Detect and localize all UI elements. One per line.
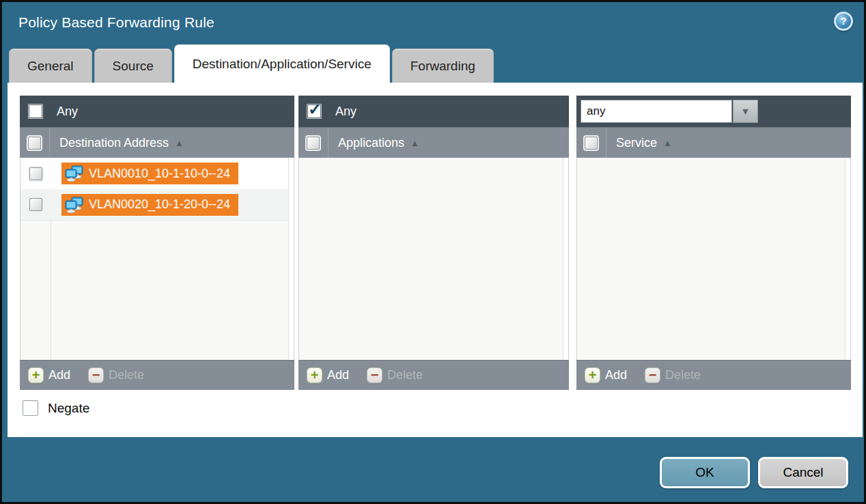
destination-address-list: VLAN0010_10-1-10-0--24 <box>20 158 294 360</box>
tab-forwarding[interactable]: Forwarding <box>392 48 494 83</box>
negate-option: Negate <box>23 400 89 416</box>
cancel-button[interactable]: Cancel <box>758 457 848 488</box>
row-checkbox-cell <box>20 167 51 180</box>
add-button-label: Add <box>48 368 70 382</box>
destination-row2-checkbox[interactable] <box>29 198 42 211</box>
destination-row-vlan0010[interactable]: VLAN0010_10-1-10-0--24 <box>20 158 294 189</box>
delete-minus-icon: − <box>88 367 104 383</box>
service-select-all-checkbox[interactable] <box>585 137 598 150</box>
applications-any-header: ✓ Any <box>298 96 569 127</box>
destination-delete-button[interactable]: − Delete <box>88 367 144 383</box>
applications-column: ✓ Any Applications ▲ + Add − <box>298 96 569 390</box>
sort-asc-icon[interactable]: ▲ <box>410 138 419 148</box>
delete-button-label: Delete <box>387 368 423 382</box>
sort-asc-icon[interactable]: ▲ <box>663 138 672 148</box>
service-select-all-cell <box>576 128 606 158</box>
add-plus-icon: + <box>307 367 322 383</box>
service-type-dropdown-button[interactable]: ▼ <box>733 100 758 123</box>
row-checkbox-cell <box>20 198 51 211</box>
delete-minus-icon: − <box>645 367 660 383</box>
applications-any-checkbox[interactable]: ✓ <box>307 104 322 119</box>
add-button-label: Add <box>605 368 627 382</box>
destination-item-label: VLAN0020_10-1-20-0--24 <box>89 197 230 212</box>
applications-scrollbar-track[interactable] <box>563 158 568 360</box>
network-address-icon <box>64 197 85 213</box>
service-footer: + Add − Delete <box>576 360 851 390</box>
destination-footer: + Add − Delete <box>20 360 294 390</box>
add-plus-icon: + <box>585 367 600 383</box>
applications-list <box>298 158 569 360</box>
applications-delete-button[interactable]: − Delete <box>367 367 423 383</box>
service-type-combo: any ▼ <box>581 100 758 123</box>
destination-item-chip[interactable]: VLAN0010_10-1-10-0--24 <box>61 163 238 184</box>
destination-row-vlan0020[interactable]: VLAN0020_10-1-20-0--24 <box>20 189 294 221</box>
service-scrollbar-track[interactable] <box>845 158 850 360</box>
tab-destination-application-service[interactable]: Destination/Application/Service <box>174 44 390 83</box>
service-column: any ▼ Service ▲ + Add <box>576 96 851 390</box>
destination-add-button[interactable]: + Add <box>28 367 70 383</box>
destination-item-label: VLAN0010_10-1-10-0--24 <box>89 167 230 181</box>
applications-column-header[interactable]: Applications <box>338 136 404 150</box>
destination-scrollbar-track[interactable] <box>288 158 294 360</box>
service-subheader: Service ▲ <box>576 127 851 158</box>
service-delete-button[interactable]: − Delete <box>645 367 701 383</box>
add-plus-icon: + <box>28 367 44 383</box>
delete-minus-icon: − <box>367 367 382 383</box>
policy-based-forwarding-dialog: Policy Based Forwarding Rule ? General S… <box>0 0 866 504</box>
destination-address-subheader: Destination Address ▲ <box>20 127 294 158</box>
tab-bar: General Source Destination/Application/S… <box>9 44 494 83</box>
negate-checkbox[interactable] <box>23 400 38 416</box>
delete-button-label: Delete <box>109 368 144 382</box>
dialog-title: Policy Based Forwarding Rule <box>18 14 214 31</box>
service-type-value[interactable]: any <box>581 100 732 123</box>
destination-any-header: Any <box>20 96 294 127</box>
destination-item-chip[interactable]: VLAN0020_10-1-20-0--24 <box>61 194 238 216</box>
applications-footer: + Add − Delete <box>298 360 569 390</box>
delete-button-label: Delete <box>665 368 701 382</box>
service-dropdown-header: any ▼ <box>576 96 851 127</box>
service-add-button[interactable]: + Add <box>585 367 627 383</box>
applications-subheader: Applications ▲ <box>298 127 569 158</box>
chevron-down-icon: ▼ <box>741 106 751 117</box>
service-list <box>576 158 851 360</box>
applications-select-all-cell <box>298 128 329 158</box>
tab-content-panel: Any Destination Address ▲ <box>8 83 863 437</box>
applications-any-label: Any <box>335 104 357 119</box>
add-button-label: Add <box>327 368 349 382</box>
applications-select-all-checkbox[interactable] <box>307 137 320 150</box>
destination-row1-checkbox[interactable] <box>29 167 42 180</box>
destination-any-label: Any <box>57 104 78 119</box>
destination-address-column: Any Destination Address ▲ <box>20 96 294 390</box>
service-column-header[interactable]: Service <box>616 136 657 150</box>
ok-button[interactable]: OK <box>660 457 750 488</box>
sort-asc-icon[interactable]: ▲ <box>175 138 184 148</box>
network-address-icon <box>64 165 85 182</box>
help-icon[interactable]: ? <box>834 12 853 31</box>
destination-address-column-header[interactable]: Destination Address <box>59 136 169 150</box>
negate-label: Negate <box>48 401 89 416</box>
checkmark-icon: ✓ <box>308 100 322 118</box>
destination-select-all-cell <box>20 128 50 158</box>
tab-general[interactable]: General <box>9 48 92 83</box>
destination-any-checkbox[interactable] <box>28 104 43 119</box>
applications-add-button[interactable]: + Add <box>307 367 349 383</box>
tab-source[interactable]: Source <box>94 48 172 83</box>
destination-select-all-checkbox[interactable] <box>28 137 41 150</box>
